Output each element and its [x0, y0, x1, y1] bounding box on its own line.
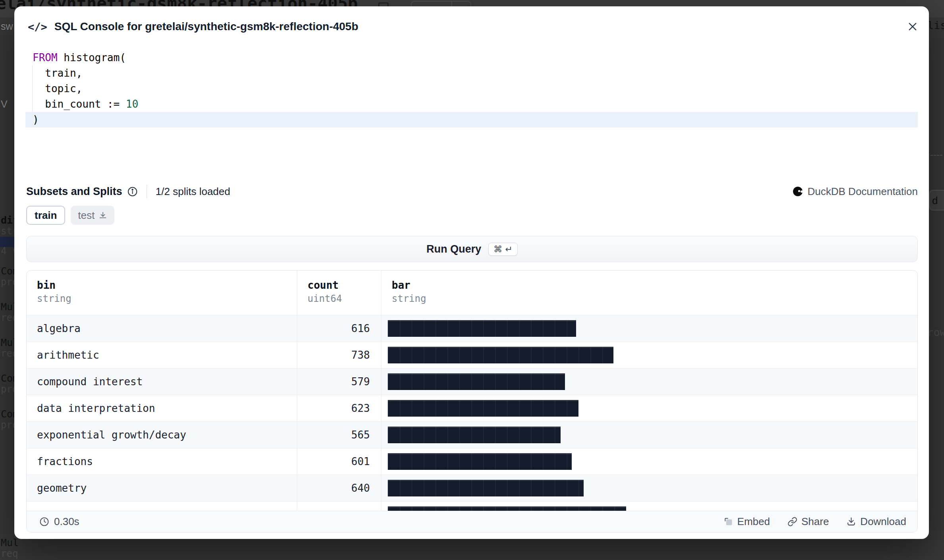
splits-row: Subsets and Splits 1/2 splits loaded Duc… [26, 183, 918, 199]
action-label: Embed [737, 516, 770, 528]
table-row: arithmetic738 [27, 342, 917, 368]
histogram-bar [388, 400, 578, 417]
download-button[interactable]: Download [846, 516, 906, 528]
code-line: train, [25, 66, 918, 81]
cell-bar [381, 422, 917, 448]
duration-value: 0.30s [54, 516, 79, 528]
cell-bar [381, 475, 917, 501]
table-row: exponential growth/decay565 [27, 421, 917, 448]
duckdb-logo-icon [793, 186, 804, 197]
table-row: fractions601 [27, 448, 917, 475]
action-label: Download [860, 516, 906, 528]
column-header-bar: barstring [381, 270, 917, 315]
column-type: uint64 [308, 293, 381, 304]
cell-bin: exponential growth/decay [27, 422, 297, 448]
close-icon [907, 21, 918, 32]
cell-bin: algebra [27, 315, 297, 342]
cell-count: 623 [297, 395, 381, 421]
column-name: bar [392, 279, 917, 291]
histogram-bar [388, 373, 565, 390]
cell-bin: arithmetic [27, 342, 297, 368]
cell-bar [381, 502, 917, 512]
results-panel: binstringcountuint64barstring algebra616… [26, 270, 918, 533]
run-query-button[interactable]: Run Query ⌘ ↵ [26, 236, 918, 262]
duckdb-doc-label: DuckDB Documentation [808, 185, 918, 198]
histogram-bar [388, 427, 561, 443]
results-footer: 0.30s EmbedShareDownload [27, 511, 917, 532]
cell-bin: fractions [27, 448, 297, 475]
backdrop-text-fragment: V [1, 98, 8, 110]
cell-count: 601 [297, 448, 381, 475]
share-button[interactable]: Share [787, 516, 829, 528]
code-line: FROM histogram( [25, 50, 918, 66]
backdrop-dashed-divider [930, 155, 942, 156]
table-header: binstringcountuint64barstring [27, 270, 917, 315]
table-row [27, 501, 917, 512]
code-icon: </> [28, 21, 47, 33]
table-body: algebra616arithmetic738compound interest… [27, 315, 917, 512]
split-tab-test[interactable]: test [71, 206, 114, 225]
column-name: bin [37, 279, 297, 291]
cell-bin [27, 502, 297, 512]
code-line: bin_count := 10 [25, 97, 918, 112]
cell-count: 579 [297, 369, 381, 395]
sql-console-modal: </> SQL Console for gretelai/synthetic-g… [14, 6, 929, 539]
backdrop-text-fragment: req [1, 548, 18, 559]
column-type: string [37, 293, 297, 304]
backdrop-text-fragment: sw [1, 21, 13, 32]
backdrop-text-fragment: row [927, 326, 944, 338]
column-header-bin: binstring [27, 270, 297, 315]
close-button[interactable] [906, 20, 919, 33]
split-tabs: traintest [26, 206, 114, 225]
modal-header: </> SQL Console for gretelai/synthetic-g… [28, 20, 919, 33]
table-row: compound interest579 [27, 368, 917, 395]
clock-icon [39, 517, 49, 527]
histogram-bar [388, 347, 613, 363]
cell-bar [381, 342, 917, 368]
cell-bin: compound interest [27, 369, 297, 395]
table-row: data interpretation623 [27, 395, 917, 421]
sql-editor[interactable]: FROM histogram( train, topic, bin_count … [25, 50, 918, 127]
duckdb-doc-link[interactable]: DuckDB Documentation [793, 185, 918, 198]
backdrop-text-fragment: Mul [1, 537, 19, 548]
cell-count: 640 [297, 475, 381, 501]
backdrop-selected-row-fragment [0, 237, 14, 247]
cell-bin: geometry [27, 475, 297, 501]
tab-label: train [35, 209, 57, 222]
cell-count: 738 [297, 342, 381, 368]
table-row: geometry640 [27, 475, 917, 501]
cell-bar [381, 369, 917, 395]
tab-label: test [78, 209, 95, 222]
backdrop-text-fragment: lissa [927, 19, 944, 31]
splits-heading: Subsets and Splits [26, 185, 122, 198]
histogram-bar [388, 320, 576, 337]
column-header-count: countuint64 [297, 270, 381, 315]
run-query-label: Run Query [426, 243, 481, 255]
download-icon [846, 517, 856, 527]
histogram-bar [388, 480, 584, 496]
column-name: count [308, 279, 381, 291]
histogram-bar [388, 453, 572, 470]
column-type: string [392, 293, 917, 304]
cell-bin: data interpretation [27, 395, 297, 421]
embed-icon [723, 517, 733, 527]
cell-bar [381, 448, 917, 475]
download-icon [99, 211, 107, 220]
footer-actions: EmbedShareDownload [723, 516, 906, 528]
splits-status: 1/2 splits loaded [156, 185, 230, 198]
share-icon [787, 517, 797, 527]
backdrop-button-fragment: d [929, 190, 944, 210]
divider [147, 185, 147, 198]
modal-title: SQL Console for gretelai/synthetic-gsm8k… [54, 20, 358, 33]
embed-button[interactable]: Embed [723, 516, 770, 528]
cell-bar [381, 315, 917, 342]
cell-bar [381, 395, 917, 421]
cell-count: 616 [297, 315, 381, 342]
keyboard-shortcut-badge: ⌘ ↵ [488, 243, 517, 256]
split-tab-train[interactable]: train [26, 206, 65, 225]
code-line: topic, [25, 81, 918, 97]
table-row: algebra616 [27, 315, 917, 342]
info-icon[interactable] [127, 186, 138, 197]
code-line: ) [25, 112, 918, 127]
cell-count [297, 502, 381, 512]
